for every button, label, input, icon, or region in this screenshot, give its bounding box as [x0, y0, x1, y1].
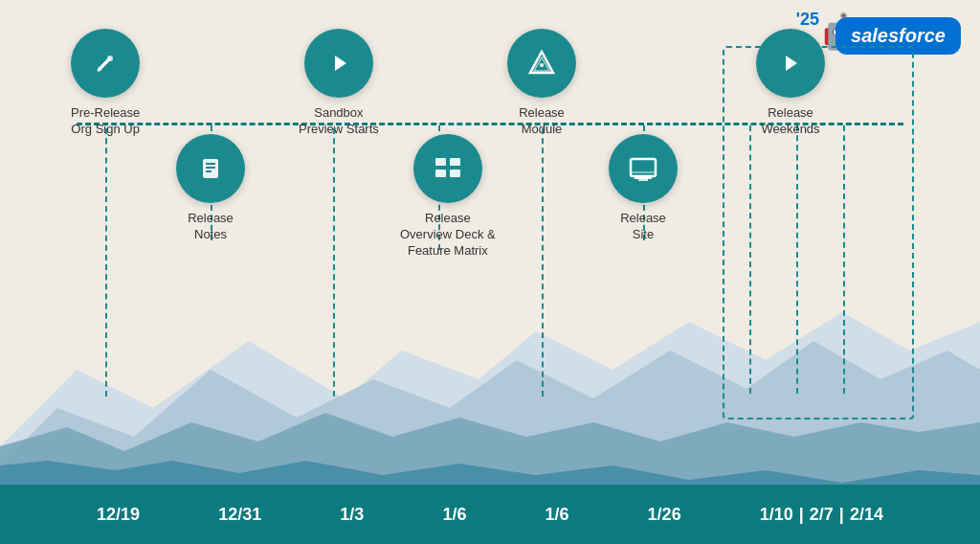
date-16b: 1/6 [546, 505, 569, 525]
sep2: | [839, 505, 844, 525]
release-overview-icon [413, 134, 482, 203]
svg-rect-11 [435, 158, 446, 166]
date-126: 1/26 [648, 505, 681, 525]
release-weekends-icon [756, 29, 825, 98]
milestone-release-weekends: ReleaseWeekends [756, 29, 825, 138]
milestone-release-site: ReleaseSite [609, 134, 678, 243]
milestone-sandbox-preview: SandboxPreview Starts [299, 29, 379, 138]
sandbox-preview-icon [304, 29, 373, 98]
date-110: 1/10 [760, 505, 793, 525]
date-16a: 1/6 [442, 505, 466, 525]
svg-rect-12 [450, 158, 460, 166]
timeline-items: Pre-ReleaseOrg Sign Up ReleaseNotes Sand… [0, 0, 980, 485]
sep1: | [799, 505, 804, 525]
release-notes-label: ReleaseNotes [188, 211, 234, 243]
svg-rect-13 [435, 170, 446, 177]
release-module-icon [507, 29, 576, 98]
sandbox-preview-label: SandboxPreview Starts [299, 105, 379, 138]
date-214: 2/14 [850, 505, 883, 525]
milestone-release-notes: ReleaseNotes [176, 134, 245, 243]
milestone-release-module: ReleaseModule [507, 29, 576, 138]
vline-pre-release [105, 128, 107, 397]
release-site-icon [609, 134, 678, 203]
release-site-label: ReleaseSite [620, 211, 666, 243]
milestone-pre-release: Pre-ReleaseOrg Sign Up [71, 29, 140, 138]
vline-module [542, 128, 544, 397]
vline-27 [796, 125, 798, 394]
vline-214 [843, 125, 845, 394]
svg-rect-18 [631, 159, 656, 176]
milestone-release-overview: ReleaseOverview Deck &Feature Matrix [400, 134, 496, 260]
svg-point-17 [540, 63, 544, 67]
vline-sandbox [333, 128, 335, 397]
svg-point-4 [107, 56, 113, 61]
svg-rect-14 [450, 170, 460, 177]
release-overview-label: ReleaseOverview Deck &Feature Matrix [400, 211, 496, 260]
vline-110 [749, 125, 751, 394]
pre-release-icon [71, 29, 140, 98]
svg-marker-10 [335, 56, 346, 71]
svg-marker-15 [530, 52, 553, 73]
release-weekends-label: ReleaseWeekends [761, 105, 819, 138]
date-1219: 12/19 [97, 505, 140, 525]
date-13: 1/3 [340, 505, 364, 525]
date-1231: 12/31 [218, 505, 261, 525]
release-notes-icon [176, 134, 245, 203]
timeline-bar: 12/19 12/31 1/3 1/6 1/6 1/26 1/10 | 2/7 … [0, 485, 980, 544]
svg-marker-22 [786, 56, 797, 71]
date-27: 2/7 [810, 505, 834, 525]
date-weekends: 1/10 | 2/7 | 2/14 [760, 505, 883, 525]
